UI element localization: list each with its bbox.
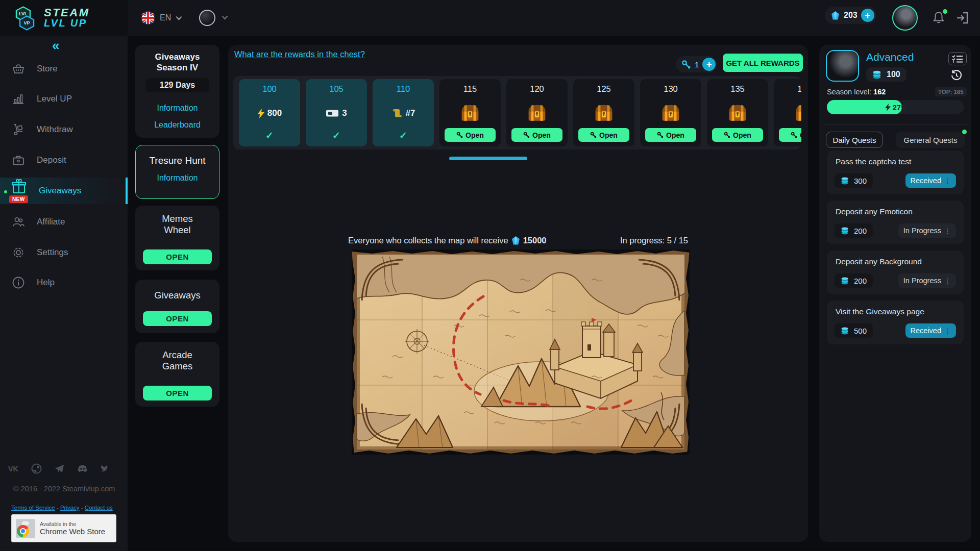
track-scrollbar[interactable]	[449, 157, 527, 160]
language-selector[interactable]: EN	[141, 11, 182, 25]
telegram-icon[interactable]	[54, 463, 65, 474]
sidebar-item-withdraw[interactable]: Withdraw	[0, 117, 128, 142]
quests-panel: Advanced 100 Season	[819, 45, 971, 542]
sidebar-item-affiliate[interactable]: Affiliate	[0, 210, 128, 234]
gem-icon	[511, 236, 521, 245]
account-avatar-placeholder[interactable]	[199, 10, 215, 26]
reward-card-115: 115 Open	[439, 79, 501, 146]
logo-hex-icon: LVL VP	[11, 4, 39, 32]
profile-avatar[interactable]	[826, 50, 859, 82]
sidebar-collapse-button[interactable]: «	[52, 38, 58, 54]
sidebar-item-deposit[interactable]: Deposit	[0, 148, 128, 172]
check-icon: ✓	[306, 130, 367, 141]
active-indicator-bar	[126, 178, 128, 204]
arcade-games-open-button[interactable]: OPEN	[143, 386, 212, 400]
steam-icon[interactable]	[31, 463, 42, 474]
sidebar-item-store[interactable]: Store	[0, 57, 128, 81]
chrome-logo-icon	[16, 519, 35, 538]
open-chest-button[interactable]: Open	[445, 128, 496, 142]
coins-balance: 100	[866, 67, 906, 82]
open-chest-button[interactable]: Open	[511, 128, 562, 142]
open-chest-button[interactable]: Open	[712, 128, 763, 142]
key-icon	[523, 132, 530, 138]
season-days-left: 129 Days	[145, 78, 209, 92]
contact-link[interactable]: Contact us	[85, 505, 113, 511]
sidebar-item-level-up[interactable]: Level UP	[0, 87, 128, 111]
svg-text:LVL: LVL	[19, 12, 28, 17]
sidebar-item-settings[interactable]: Settings	[0, 240, 128, 265]
quest-card: Visit the Giveaways page 500 Received ⋮	[827, 300, 964, 344]
social-links: VK	[8, 463, 111, 474]
quest-reward: 200	[835, 223, 873, 238]
add-gems-button[interactable]: +	[861, 9, 874, 22]
top-rank-badge: TOP: 185	[935, 87, 967, 96]
quest-status-button[interactable]: Received ⋮	[905, 323, 956, 338]
language-label: EN	[160, 13, 171, 22]
quest-card: Deposit any Emoticon 200 In Progress ⋮	[827, 201, 964, 244]
chest-icon	[794, 104, 801, 122]
reward-card-125: 125 Open	[573, 79, 634, 146]
quest-status-button[interactable]: In Progress ⋮	[898, 223, 956, 238]
treasure-hunt-card[interactable]: Tresure Hunt Information	[135, 145, 219, 199]
ticket-icon	[326, 109, 339, 118]
reward-card-105: 105 3 ✓	[306, 79, 367, 146]
treasure-information-link[interactable]: Information	[136, 173, 219, 183]
keys-count: 1	[695, 60, 699, 69]
more-options-icon: ⋮	[944, 327, 951, 335]
discord-icon[interactable]	[77, 463, 88, 474]
chevron-down-icon	[176, 16, 182, 20]
open-chest-button[interactable]: Open	[645, 128, 696, 142]
history-button[interactable]	[950, 69, 963, 82]
add-keys-button[interactable]: +	[702, 58, 716, 71]
rewards-faq-link[interactable]: What are the rewards in the chest?	[234, 49, 365, 59]
quest-status-button[interactable]: In Progress ⋮	[898, 273, 956, 288]
season-level: Season level: 162	[827, 88, 886, 96]
more-options-icon: ⋮	[944, 177, 951, 185]
check-icon: ✓	[373, 130, 434, 141]
open-chest-button[interactable]: Open	[779, 128, 801, 142]
energy-icon	[257, 109, 264, 118]
quest-log-button[interactable]	[948, 52, 967, 65]
chest-icon	[460, 104, 480, 122]
quest-card: Pass the captcha test 300 Received ⋮	[827, 151, 964, 194]
check-icon: ✓	[239, 130, 300, 141]
quest-status-button[interactable]: Received ⋮	[905, 173, 956, 188]
sidebar-item-giveaways[interactable]: NEW Giveaways	[0, 178, 128, 204]
key-icon	[681, 60, 691, 69]
terms-link[interactable]: Terms of Service	[11, 505, 55, 511]
season-leaderboard-link[interactable]: Leaderboard	[135, 116, 219, 133]
sidebar-item-help[interactable]: Help	[0, 270, 128, 295]
season-information-link[interactable]: Information	[135, 99, 219, 116]
treasure-map	[352, 249, 690, 455]
arcade-games-card: Arcade Games OPEN	[135, 342, 219, 407]
sidebar-item-label: Settings	[37, 247, 68, 258]
get-all-rewards-button[interactable]: GET ALL REWARDS	[723, 54, 803, 72]
open-chest-button[interactable]: Open	[578, 128, 629, 142]
tab-general-quests[interactable]: General Quests	[896, 132, 965, 148]
gear-icon	[11, 245, 26, 260]
scroll-icon	[391, 108, 403, 118]
app-logo[interactable]: LVL VP STEAM LVL UP	[0, 0, 128, 36]
treasure-hunt-title: Tresure Hunt	[136, 145, 219, 166]
sidebar-nav: « Store Level UP Withd	[0, 36, 128, 551]
user-avatar[interactable]	[892, 5, 918, 31]
notifications-button[interactable]	[932, 10, 946, 26]
tab-daily-quests[interactable]: Daily Quests	[826, 132, 883, 148]
twitter-icon[interactable]	[100, 463, 111, 474]
giveaways-card: Giveaways OPEN	[135, 280, 219, 333]
key-icon	[590, 132, 597, 138]
sidebar-item-label: Deposit	[37, 155, 66, 165]
key-icon	[791, 132, 797, 138]
bar-chart-icon	[11, 92, 26, 106]
memes-wheel-open-button[interactable]: OPEN	[143, 249, 212, 264]
logout-icon[interactable]	[955, 11, 970, 24]
chrome-web-store-badge[interactable]: Available in the Chrome Web Store	[11, 514, 116, 542]
chevron-down-icon[interactable]	[222, 15, 228, 20]
checklist-icon	[952, 55, 963, 63]
giveaways-open-button[interactable]: OPEN	[143, 311, 212, 326]
vk-icon[interactable]: VK	[8, 463, 19, 474]
reward-card-135: 135 Open	[707, 79, 768, 146]
sidebar-item-label: Store	[37, 64, 58, 74]
logo-wordmark: STEAM LVL UP	[44, 7, 90, 28]
privacy-link[interactable]: Privacy	[60, 505, 80, 511]
